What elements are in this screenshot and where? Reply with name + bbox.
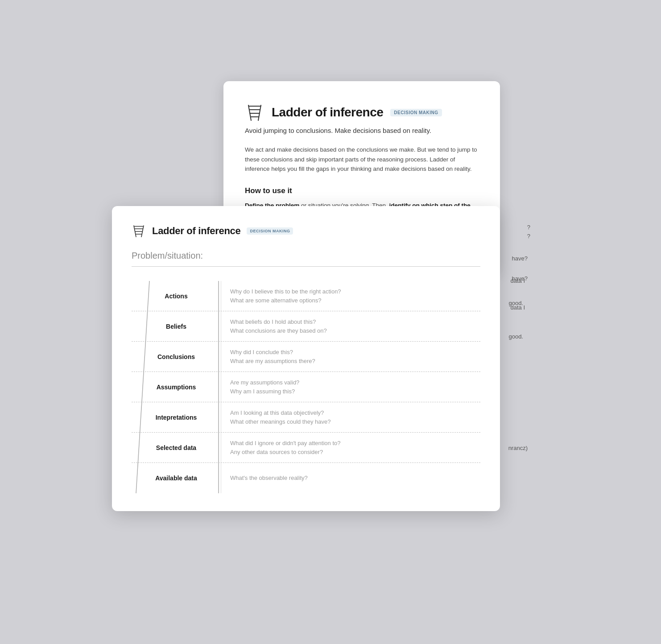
row-content-available-data: What's the observable reality? [221,463,480,493]
back-card-badge: DECISION MAKING [390,109,442,116]
table-row: Beliefs What beliefs do I hold about thi… [132,311,480,342]
right-edge-note-1: ? [527,233,530,239]
ladder-container: Actions Why do I believe this to be the … [132,281,480,493]
row-question-interpretations: Am I looking at this data objectively? W… [230,409,473,426]
row-label-area-interpretations: Intepretations [132,402,221,432]
front-card-title: Ladder of inference [152,225,240,237]
ladder-rows: Actions Why do I believe this to be the … [132,281,480,493]
table-row: Intepretations Am I looking at this data… [132,402,480,433]
row-label-area-assumptions: Assumptions [132,372,221,402]
row-content-selected-data: What did I ignore or didn't pay attentio… [221,433,480,462]
table-row: Conclusions Why did I conclude this? Wha… [132,342,480,372]
row-label-interpretations: Intepretations [156,414,197,421]
right-edge-note-2: have? [512,275,528,282]
row-label-available-data: Available data [155,475,197,482]
row-content-beliefs: What beliefs do I hold about this? What … [221,311,480,341]
table-row: Actions Why do I believe this to be the … [132,281,480,311]
row-label-assumptions: Assumptions [157,384,196,391]
table-row: Assumptions Are my assumptions valid? Wh… [132,372,480,402]
row-label-selected-data: Selected data [156,444,196,451]
row-content-actions: Why do I believe this to be the right ac… [221,281,480,311]
row-question-beliefs: What beliefs do I hold about this? What … [230,318,473,335]
right-edge-note-3: data I [510,304,525,311]
row-label-area-beliefs: Beliefs [132,311,221,341]
row-question-assumptions: Are my assumptions valid? Why am I assum… [230,378,473,396]
back-card-subtitle: Avoid jumping to conclusions. Make decis… [245,127,479,134]
back-card-section-title: How to use it [245,186,479,195]
right-edge-note-4: good. [508,333,523,340]
side-note-1: ? [527,224,530,231]
front-card-badge: DECISION MAKING [247,227,293,235]
row-label-area-available-data: Available data [132,463,221,493]
front-card-header: Ladder of inference DECISION MAKING [132,224,480,238]
table-row: Selected data What did I ignore or didn'… [132,433,480,463]
svg-line-0 [248,105,251,120]
row-content-conclusions: Why did I conclude this? What are my ass… [221,342,480,372]
row-question-conclusions: Why did I conclude this? What are my ass… [230,348,473,365]
side-note-2: have? [512,255,528,262]
row-question-available-data: What's the observable reality? [230,474,473,483]
row-label-actions: Actions [165,293,187,300]
problem-row: Problem/situation: [132,251,480,267]
back-card-title: Ladder of inference [272,105,383,120]
row-content-interpretations: Am I looking at this data objectively? W… [221,402,480,432]
svg-line-1 [258,105,261,120]
row-label-area-conclusions: Conclusions [132,342,221,372]
row-label-conclusions: Conclusions [157,353,195,360]
back-card-body: We act and make decisions based on the c… [245,145,479,174]
problem-label: Problem/situation: [132,251,203,261]
right-edge-note-5: nrancz) [508,445,528,451]
row-question-actions: Why do I believe this to be the right ac… [230,287,473,305]
back-card-header: Ladder of inference DECISION MAKING [245,103,479,122]
row-content-assumptions: Are my assumptions valid? Why am I assum… [221,372,480,402]
table-row: Available data What's the observable rea… [132,463,480,493]
row-label-area-selected-data: Selected data [132,433,221,462]
row-question-selected-data: What did I ignore or didn't pay attentio… [230,439,473,456]
row-label-beliefs: Beliefs [166,323,186,330]
front-card: Ladder of inference DECISION MAKING Prob… [112,206,500,511]
row-label-area-actions: Actions [132,281,221,311]
ladder-icon-small [132,224,146,238]
ladder-icon-large [245,103,264,122]
